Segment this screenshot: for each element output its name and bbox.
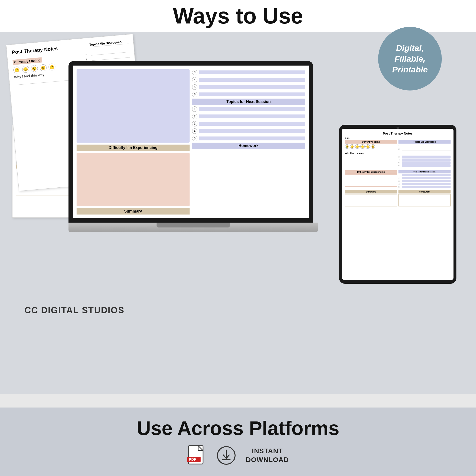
tablet-camera [396,127,399,129]
laptop-base [68,222,318,232]
bottom-bar: Use Across Platforms PDF INSTANT DOWNLOA [0,408,476,476]
tablet-homework-box [398,194,451,206]
download-icon [217,446,236,465]
tablet-why-label: Why I feel this way [345,152,451,154]
laptop-screen-outer: Difficulty I'm Experiencing Summary 3 4 [68,61,313,222]
topics-next-screen-label: Topics for Next Session [192,99,305,105]
emoji-3: 😟 [31,65,38,72]
digital-badge: Digital, Fillable, Printable [378,27,442,90]
emoji-2: 😠 [22,66,29,73]
tablet-feeling-label: Currently Feeling [345,140,397,144]
laptop-screen-inner: Difficulty I'm Experiencing Summary 3 4 [73,66,309,218]
tablet-topics-col: Topics We Discussed 1 2 [398,140,451,151]
instant-download-text: INSTANT DOWNLOAD [246,447,289,464]
tablet-topics-next-label: Topics for Next Session [398,170,451,173]
emoji-4: 😐 [39,64,47,71]
homework-screen-label: Homework [192,143,305,149]
badge-text: Digital, Fillable, Printable [392,43,427,75]
pdf-icon: PDF [187,444,207,466]
tablet-top-row: Currently Feeling 😢 😠 😟 😐 🙂 😀 Topics We … [345,140,451,151]
tablet-homework-label: Homework [398,190,451,193]
tablet-difficulty-box [345,174,397,187]
footer-icons: PDF INSTANT DOWNLOAD [187,444,289,466]
tablet-title: Post Therapy Notes [345,132,451,135]
header-section: Ways to Use [0,0,476,32]
tablet-date: Date: [345,137,451,139]
difficulty-screen-label: Difficulty I'm Experiencing [77,145,189,151]
main-title: Ways to Use [173,5,303,27]
emoji-5: 🙂 [48,63,55,71]
tablet: Post Therapy Notes Date: Currently Feeli… [339,125,457,284]
summary-screen-label: Summary [77,208,189,215]
laptop-hinge [156,222,230,227]
tablet-screen: Post Therapy Notes Date: Currently Feeli… [342,129,454,280]
tablet-feeling-col: Currently Feeling 😢 😠 😟 😐 🙂 😀 [345,140,397,151]
tablet-summary-label: Summary [345,190,397,193]
middle-section: Digital, Fillable, Printable Post Therap… [0,32,476,394]
svg-text:PDF: PDF [189,457,196,461]
laptop: Difficulty I'm Experiencing Summary 3 4 [68,61,318,245]
tablet-outer: Post Therapy Notes Date: Currently Feeli… [339,125,457,284]
emoji-1: 😢 [13,66,20,74]
currently-feeling-label: Currently Feeling [13,57,42,65]
tablet-difficulty-label: Difficulty I'm Experiencing [345,170,397,174]
brand-label: CC DIGITAL STUDIOS [24,305,124,316]
tablet-why-box [345,156,397,168]
tablet-topics-label: Topics We Discussed [398,140,451,144]
footer-title: Use Across Platforms [137,417,339,440]
tablet-emoji-row: 😢 😠 😟 😐 🙂 😀 [345,144,397,149]
tablet-summary-box [345,194,397,206]
